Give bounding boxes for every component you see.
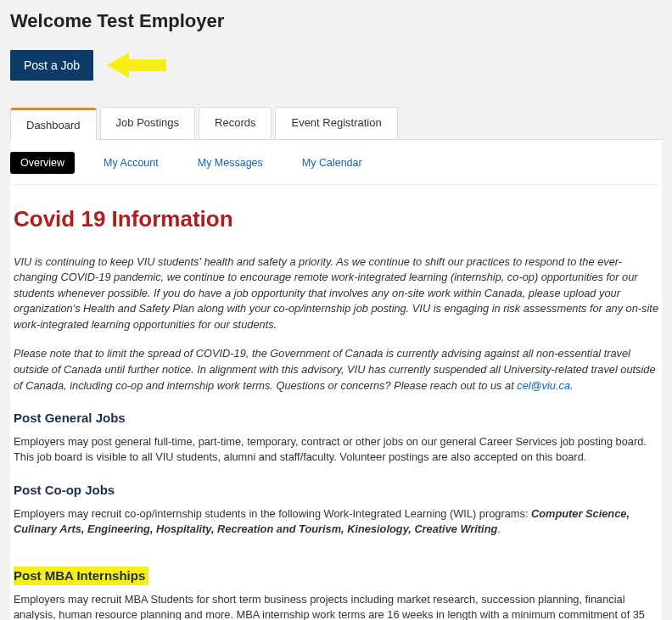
post-general-jobs-heading: Post General Jobs	[14, 409, 658, 427]
covid-p2-suffix: .	[570, 379, 574, 392]
subtab-overview[interactable]: Overview	[10, 152, 75, 174]
arrow-left-icon	[104, 47, 171, 83]
tab-dashboard[interactable]: Dashboard	[10, 108, 97, 140]
sub-tabs: Overview My Account My Messages My Calen…	[10, 152, 658, 185]
cel-email-link[interactable]: cel@viu.ca	[517, 379, 570, 392]
covid-paragraph-1: VIU is continuing to keep VIU students' …	[14, 254, 658, 333]
coop-body-suffix: .	[497, 522, 501, 535]
content-panel: Overview My Account My Messages My Calen…	[10, 140, 662, 620]
post-job-button[interactable]: Post a Job	[10, 50, 93, 81]
post-general-jobs-body: Employers may post general full-time, pa…	[14, 434, 658, 466]
page-title: Welcome Test Employer	[10, 10, 662, 32]
tab-records[interactable]: Records	[199, 107, 272, 139]
post-job-row: Post a Job	[10, 47, 662, 83]
subtab-my-messages[interactable]: My Messages	[188, 152, 273, 174]
tab-job-postings[interactable]: Job Postings	[100, 107, 195, 139]
post-mba-internships-heading: Post MBA Internships	[14, 567, 148, 585]
covid-paragraph-2: Please note that to limit the spread of …	[14, 346, 658, 394]
post-coop-jobs-heading: Post Co-op Jobs	[14, 481, 658, 500]
coop-body-prefix: Employers may recruit co-op/internship s…	[14, 507, 531, 520]
tab-event-registration[interactable]: Event Registration	[275, 107, 397, 139]
dashboard-content: Covid 19 Information VIU is continuing t…	[10, 204, 662, 620]
post-coop-jobs-body: Employers may recruit co-op/internship s…	[14, 506, 658, 538]
subtab-my-calendar[interactable]: My Calendar	[292, 152, 372, 174]
main-tabs: Dashboard Job Postings Records Event Reg…	[10, 107, 662, 140]
post-mba-body: Employers may recruit MBA Students for s…	[14, 592, 658, 621]
subtab-my-account[interactable]: My Account	[93, 152, 169, 174]
covid-heading: Covid 19 Information	[14, 204, 658, 236]
